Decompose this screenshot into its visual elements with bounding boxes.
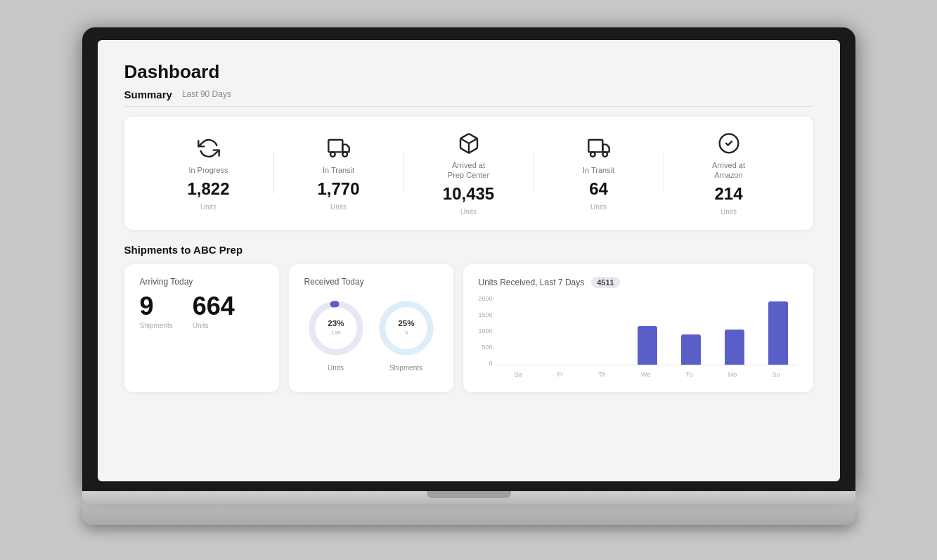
svg-rect-4 bbox=[588, 140, 602, 152]
units-donut-container: 23% 196 Units bbox=[304, 297, 368, 372]
screen-content: Dashboard Summary Last 90 Days bbox=[98, 40, 840, 481]
arrived-amazon-label: Arrived atAmazon bbox=[712, 160, 745, 181]
shipments-donut-container: 25% 3 Shipments bbox=[375, 297, 438, 372]
arriving-today-title: Arriving Today bbox=[140, 277, 264, 287]
svg-text:3: 3 bbox=[404, 330, 408, 336]
chart-header: Units Received, Last 7 Days 4511 bbox=[479, 277, 798, 288]
bar-su bbox=[758, 301, 798, 365]
arriving-units-value: 664 bbox=[193, 294, 235, 319]
units-donut: 23% 196 bbox=[304, 297, 368, 360]
bar-we bbox=[628, 326, 667, 365]
summary-period: Last 90 Days bbox=[182, 89, 231, 99]
svg-point-1 bbox=[330, 152, 335, 157]
donuts-row: 23% 196 Units 25% bbox=[304, 297, 438, 372]
bar-mo bbox=[715, 330, 754, 365]
in-progress-value: 1,822 bbox=[187, 179, 229, 199]
x-label-fr: Fr bbox=[557, 371, 564, 378]
chart-title: Units Received, Last 7 Days bbox=[479, 278, 585, 287]
shipments-donut: 25% 3 bbox=[375, 297, 438, 360]
check-circle-icon bbox=[718, 131, 740, 156]
arrived-prep-label: Arrived atPrep Center bbox=[448, 160, 489, 181]
stats-card: In Progress 1,822 Units bbox=[124, 117, 813, 230]
in-transit-2-value: 64 bbox=[589, 179, 608, 199]
x-label-tu: Tu bbox=[685, 371, 692, 378]
bar-we-rect bbox=[638, 326, 657, 365]
stat-in-transit-2: In Transit 64 Units bbox=[534, 136, 664, 211]
in-progress-label: In Progress bbox=[188, 165, 228, 175]
y-label-2000: 2000 bbox=[479, 295, 493, 302]
svg-text:25%: 25% bbox=[398, 318, 415, 327]
chart-badge: 4511 bbox=[591, 277, 619, 288]
svg-text:196: 196 bbox=[331, 330, 341, 336]
svg-point-5 bbox=[590, 152, 595, 157]
bar-tu bbox=[671, 334, 711, 365]
in-transit-1-label: In Transit bbox=[323, 165, 354, 175]
bar-chart-card: Units Received, Last 7 Days 4511 2000 15… bbox=[463, 264, 813, 392]
received-today-title: Received Today bbox=[304, 277, 438, 287]
chart-bars-container: Sa Fr Th We Tu Mo Su bbox=[497, 295, 798, 379]
y-label-1500: 1500 bbox=[479, 311, 493, 318]
bar-tu-rect bbox=[681, 334, 701, 365]
chart-area: 2000 1500 1000 500 0 bbox=[479, 295, 798, 379]
screen-bezel: Dashboard Summary Last 90 Days bbox=[82, 27, 855, 491]
truck-icon-2 bbox=[588, 136, 610, 161]
svg-text:23%: 23% bbox=[328, 318, 344, 327]
arrived-prep-unit: Units bbox=[460, 208, 477, 216]
arrived-prep-value: 10,435 bbox=[443, 184, 494, 204]
arriving-today-card: Arriving Today 9 Shipments 664 Units bbox=[124, 264, 279, 392]
in-transit-1-value: 1,770 bbox=[317, 179, 359, 199]
arriving-units: 664 Units bbox=[193, 294, 235, 330]
chart-y-axis: 2000 1500 1000 500 0 bbox=[479, 295, 497, 379]
lower-section: Arriving Today 9 Shipments 664 Units bbox=[124, 264, 813, 392]
truck-icon-1 bbox=[328, 136, 350, 161]
stat-arrived-amazon: Arrived atAmazon 214 Units bbox=[664, 131, 794, 216]
summary-header: Summary Last 90 Days bbox=[124, 89, 813, 107]
svg-point-12 bbox=[382, 304, 429, 352]
in-transit-1-unit: Units bbox=[330, 203, 347, 211]
svg-point-2 bbox=[342, 152, 347, 157]
arriving-shipments: 9 Shipments bbox=[140, 294, 173, 330]
laptop-bottom bbox=[82, 504, 855, 525]
in-progress-unit: Units bbox=[200, 203, 217, 211]
stat-in-transit-1: In Transit 1,770 Units bbox=[274, 136, 403, 211]
summary-label: Summary bbox=[124, 89, 172, 100]
y-label-500: 500 bbox=[479, 344, 493, 351]
shipments-donut-label: Shipments bbox=[389, 364, 422, 372]
refresh-icon bbox=[198, 136, 220, 161]
x-label-th: Th bbox=[598, 371, 606, 378]
in-transit-2-label: In Transit bbox=[583, 165, 614, 175]
laptop-base bbox=[82, 491, 855, 504]
arriving-shipments-value: 9 bbox=[140, 294, 173, 319]
arrived-amazon-unit: Units bbox=[720, 208, 737, 216]
x-label-we: We bbox=[641, 371, 650, 378]
arrived-amazon-value: 214 bbox=[714, 184, 742, 204]
chart-bars bbox=[497, 295, 798, 365]
svg-rect-0 bbox=[328, 140, 342, 152]
y-label-1000: 1000 bbox=[479, 327, 493, 334]
svg-point-6 bbox=[602, 152, 607, 157]
received-today-card: Received Today 23% 196 bbox=[289, 264, 453, 392]
x-label-sa: Sa bbox=[515, 371, 522, 378]
stat-in-progress: In Progress 1,822 Units bbox=[144, 136, 273, 211]
units-donut-label: Units bbox=[328, 364, 344, 372]
bar-su-rect bbox=[768, 301, 788, 365]
svg-point-8 bbox=[311, 304, 359, 352]
arriving-shipments-label: Shipments bbox=[140, 322, 173, 330]
x-label-su: Su bbox=[772, 371, 780, 378]
chart-x-labels: Sa Fr Th We Tu Mo Su bbox=[497, 368, 798, 378]
arriving-numbers: 9 Shipments 664 Units bbox=[140, 294, 264, 330]
shipments-section-heading: Shipments to ABC Prep bbox=[124, 244, 813, 256]
box-icon bbox=[458, 131, 480, 156]
page-title: Dashboard bbox=[124, 61, 813, 83]
y-label-0: 0 bbox=[479, 360, 493, 367]
in-transit-2-unit: Units bbox=[590, 203, 607, 211]
laptop-shell: Dashboard Summary Last 90 Days bbox=[82, 27, 855, 533]
bar-mo-rect bbox=[725, 330, 744, 365]
x-label-mo: Mo bbox=[728, 371, 737, 378]
arriving-units-label: Units bbox=[193, 322, 235, 330]
stat-arrived-prep: Arrived atPrep Center 10,435 Units bbox=[404, 131, 534, 216]
